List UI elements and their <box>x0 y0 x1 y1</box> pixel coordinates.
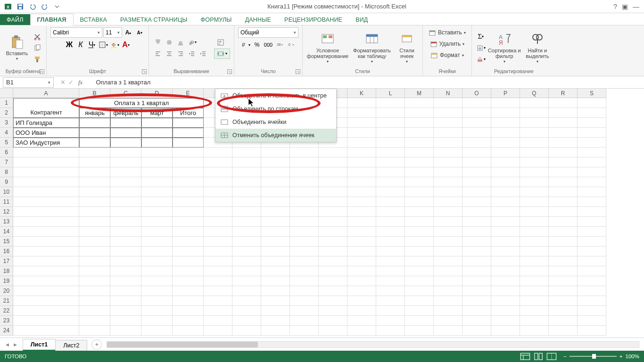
cell[interactable] <box>110 197 141 207</box>
cell[interactable] <box>232 266 261 276</box>
align-center-icon[interactable] <box>164 49 174 59</box>
cell[interactable] <box>204 256 232 266</box>
cell[interactable] <box>141 227 173 237</box>
cell[interactable] <box>261 326 290 336</box>
cell[interactable] <box>434 167 462 177</box>
cell[interactable] <box>13 227 79 237</box>
cell[interactable] <box>79 157 110 167</box>
cell[interactable] <box>13 217 79 227</box>
row-header[interactable]: 12 <box>0 207 13 217</box>
cell[interactable] <box>578 286 606 296</box>
zoom-in-icon[interactable]: + <box>619 354 623 359</box>
cell[interactable] <box>434 148 462 157</box>
cell[interactable] <box>491 128 520 138</box>
cell[interactable] <box>434 138 462 148</box>
row-header[interactable]: 11 <box>0 197 13 207</box>
cell[interactable]: март <box>141 108 173 118</box>
cell[interactable] <box>173 148 204 157</box>
cell[interactable] <box>462 197 491 207</box>
cell[interactable] <box>462 296 491 306</box>
fx-icon[interactable]: fx <box>78 79 86 86</box>
cell[interactable] <box>491 306 520 316</box>
cell[interactable] <box>79 276 110 286</box>
cell[interactable] <box>290 247 319 256</box>
cell[interactable] <box>462 148 491 157</box>
formula-input[interactable]: Оплата з 1 квартал <box>86 79 644 86</box>
copy-icon[interactable] <box>32 43 42 53</box>
column-header[interactable]: P <box>491 89 520 98</box>
cell[interactable] <box>376 217 405 227</box>
merge-cells-item[interactable]: Объединить ячейки <box>215 115 336 129</box>
cell[interactable] <box>232 217 261 227</box>
cell[interactable] <box>173 316 204 326</box>
increase-indent-icon[interactable] <box>198 49 208 59</box>
align-middle-icon[interactable] <box>164 37 174 48</box>
cell[interactable] <box>405 286 434 296</box>
cell[interactable] <box>110 157 141 167</box>
cell[interactable] <box>376 148 405 157</box>
decrease-font-icon[interactable]: A▾ <box>134 27 145 38</box>
row-header[interactable]: 9 <box>0 177 13 187</box>
cell[interactable] <box>261 207 290 217</box>
cell[interactable] <box>462 266 491 276</box>
cell[interactable] <box>232 247 261 256</box>
cell[interactable] <box>578 177 606 187</box>
cell[interactable] <box>173 256 204 266</box>
cell[interactable] <box>434 237 462 247</box>
cell[interactable] <box>520 316 549 326</box>
cell[interactable] <box>462 247 491 256</box>
cell[interactable] <box>13 247 79 256</box>
cell[interactable] <box>376 296 405 306</box>
cell[interactable] <box>491 138 520 148</box>
sort-filter-button[interactable]: AЯСортировка и фильтр▾ <box>488 30 521 66</box>
cell[interactable] <box>376 157 405 167</box>
tab-file[interactable]: ФАЙЛ <box>0 14 30 25</box>
cell[interactable] <box>290 266 319 276</box>
cell[interactable] <box>290 167 319 177</box>
cell-styles-button[interactable]: Стили ячеек▾ <box>395 30 419 66</box>
cell[interactable] <box>141 276 173 286</box>
sheet-tab[interactable]: Лист1 <box>23 339 56 351</box>
enter-formula-icon[interactable]: ✓ <box>68 79 74 86</box>
cell[interactable] <box>347 207 376 217</box>
cell[interactable] <box>347 187 376 197</box>
cell[interactable] <box>578 207 606 217</box>
cell[interactable] <box>79 177 110 187</box>
cell[interactable] <box>434 276 462 286</box>
comma-style-icon[interactable]: 000 <box>263 40 273 50</box>
cell[interactable] <box>141 118 173 128</box>
cell[interactable] <box>141 177 173 187</box>
cell[interactable] <box>319 286 347 296</box>
cell[interactable] <box>434 227 462 237</box>
cell[interactable]: ИП Голиздра <box>13 118 79 128</box>
cell[interactable] <box>549 108 578 118</box>
cell[interactable] <box>520 306 549 316</box>
cell[interactable] <box>376 247 405 256</box>
cell[interactable] <box>376 266 405 276</box>
cell[interactable] <box>232 276 261 286</box>
row-header[interactable]: 1 <box>0 98 13 108</box>
cell[interactable] <box>578 128 606 138</box>
cell[interactable] <box>290 148 319 157</box>
cell[interactable] <box>261 266 290 276</box>
cell[interactable] <box>232 197 261 207</box>
cell[interactable] <box>319 266 347 276</box>
cell[interactable] <box>578 247 606 256</box>
zoom-out-icon[interactable]: − <box>563 354 567 359</box>
page-break-view-icon[interactable] <box>546 352 557 361</box>
increase-decimal-icon[interactable]: .00 <box>274 40 285 50</box>
cell[interactable] <box>13 256 79 266</box>
merge-cells-button[interactable]: ▾ <box>214 49 230 59</box>
cell[interactable] <box>173 207 204 217</box>
cell[interactable] <box>13 197 79 207</box>
fill-color-icon[interactable]: ▾ <box>109 40 120 50</box>
cell[interactable] <box>319 237 347 247</box>
cell[interactable] <box>173 138 204 148</box>
cell[interactable] <box>290 286 319 296</box>
cell[interactable] <box>173 217 204 227</box>
cell[interactable] <box>204 167 232 177</box>
row-header[interactable]: 23 <box>0 316 13 326</box>
borders-icon[interactable]: ▾ <box>98 40 108 50</box>
font-color-icon[interactable]: A▾ <box>121 40 131 50</box>
cell[interactable] <box>319 326 347 336</box>
